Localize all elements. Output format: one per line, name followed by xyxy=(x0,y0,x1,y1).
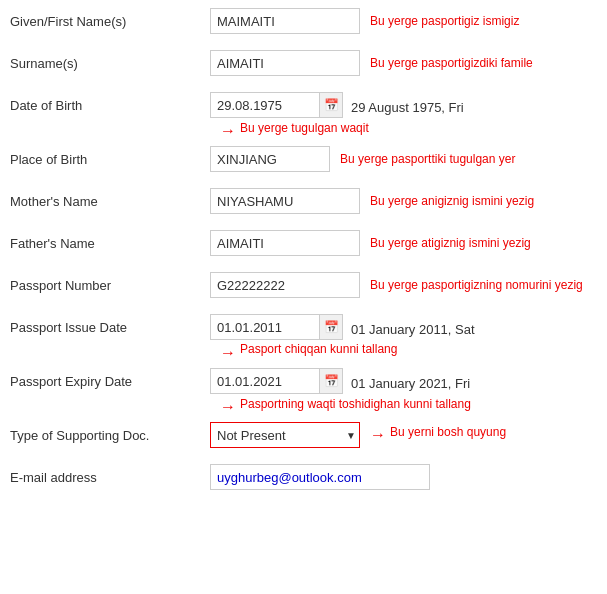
dob-label: Date of Birth xyxy=(10,92,210,113)
passport-expiry-date-row: Passport Expiry Date 📅 01 January 2021, … xyxy=(10,368,597,416)
passport-expiry-date-label: Passport Expiry Date xyxy=(10,368,210,389)
given-name-label: Given/First Name(s) xyxy=(10,8,210,29)
passport-issue-date-label: Passport Issue Date xyxy=(10,314,210,335)
given-name-row: Given/First Name(s) Bu yerge pasportigiz… xyxy=(10,8,597,44)
surname-input[interactable] xyxy=(210,50,360,76)
fathers-name-row: Father's Name Bu yerge atigiznig ismini … xyxy=(10,230,597,266)
passport-number-input[interactable] xyxy=(210,272,360,298)
email-label: E-mail address xyxy=(10,464,210,485)
dob-date-group: 📅 29 August 1975, Fri xyxy=(210,92,464,118)
dob-hint: Bu yerge tugulgan waqit xyxy=(240,120,369,137)
passport-expiry-date-input[interactable] xyxy=(210,368,320,394)
passport-expiry-date-block: 📅 01 January 2021, Fri → Pasportning waq… xyxy=(210,368,471,416)
passport-expiry-date-field: 📅 01 January 2021, Fri → Pasportning waq… xyxy=(210,368,597,416)
passport-expiry-arrow-icon: → xyxy=(220,396,236,416)
dob-arrow-icon: → xyxy=(220,120,236,140)
given-name-input[interactable] xyxy=(210,8,360,34)
fathers-name-label: Father's Name xyxy=(10,230,210,251)
given-name-hint: Bu yerge pasportigiz ismigiz xyxy=(370,8,519,30)
mothers-name-row: Mother's Name Bu yerge anigiznig ismini … xyxy=(10,188,597,224)
dob-field: 📅 29 August 1975, Fri → Bu yerge tugulga… xyxy=(210,92,597,140)
passport-number-row: Passport Number Bu yerge pasportigizning… xyxy=(10,272,597,308)
dob-arrow-row: 📅 29 August 1975, Fri → Bu yerge tugulga… xyxy=(210,92,597,140)
passport-issue-date-block: 📅 01 January 2011, Sat → Pasport chiqqan… xyxy=(210,314,475,362)
place-of-birth-row: Place of Birth Bu yerge pasporttiki tugu… xyxy=(10,146,597,182)
passport-expiry-date-parsed: 01 January 2021, Fri xyxy=(351,371,470,391)
passport-issue-date-field: 📅 01 January 2011, Sat → Pasport chiqqan… xyxy=(210,314,597,362)
passport-expiry-hint: Pasportning waqti toshidighan kunni tall… xyxy=(240,396,471,413)
passport-expiry-calendar-icon[interactable]: 📅 xyxy=(319,368,343,394)
mothers-name-input[interactable] xyxy=(210,188,360,214)
passport-expiry-arrow-hint: → Pasportning waqti toshidighan kunni ta… xyxy=(210,396,471,416)
passport-issue-hint: Pasport chiqqan kunni tallang xyxy=(240,342,397,356)
supporting-doc-field: Not Present Passport ID Card Other ▼ → B… xyxy=(210,422,597,448)
passport-number-field: Bu yerge pasportigizning nomurini yezig xyxy=(210,272,597,298)
fathers-name-hint: Bu yerge atigiznig ismini yezig xyxy=(370,230,531,252)
supporting-doc-select-wrapper: Not Present Passport ID Card Other ▼ xyxy=(210,422,360,448)
passport-issue-date-group: 📅 01 January 2011, Sat xyxy=(210,314,475,340)
supporting-doc-select[interactable]: Not Present Passport ID Card Other xyxy=(210,422,360,448)
dob-calendar-icon[interactable]: 📅 xyxy=(319,92,343,118)
mothers-name-label: Mother's Name xyxy=(10,188,210,209)
surname-label: Surname(s) xyxy=(10,50,210,71)
passport-issue-calendar-icon[interactable]: 📅 xyxy=(319,314,343,340)
dob-arrow-hint: → Bu yerge tugulgan waqit xyxy=(210,120,369,140)
fathers-name-input[interactable] xyxy=(210,230,360,256)
place-of-birth-label: Place of Birth xyxy=(10,146,210,167)
supporting-doc-hint: Bu yerni bosh quyung xyxy=(390,424,506,441)
mothers-name-hint: Bu yerge anigiznig ismini yezig xyxy=(370,188,534,210)
passport-issue-date-parsed: 01 January 2011, Sat xyxy=(351,317,475,337)
supporting-doc-row: Type of Supporting Doc. Not Present Pass… xyxy=(10,422,597,458)
supporting-doc-arrow-hint: → Bu yerni bosh quyung xyxy=(360,424,506,444)
email-input[interactable] xyxy=(210,464,430,490)
dob-parsed: 29 August 1975, Fri xyxy=(351,95,464,115)
given-name-field: Bu yerge pasportigiz ismigiz xyxy=(210,8,597,34)
place-of-birth-field: Bu yerge pasporttiki tugulgan yer xyxy=(210,146,597,172)
dob-row: Date of Birth 📅 29 August 1975, Fri → Bu… xyxy=(10,92,597,140)
passport-issue-arrow-icon: → xyxy=(220,342,236,362)
place-of-birth-hint: Bu yerge pasporttiki tugulgan yer xyxy=(340,146,515,168)
email-field-container xyxy=(210,464,597,490)
mothers-name-field: Bu yerge anigiznig ismini yezig xyxy=(210,188,597,214)
passport-number-label: Passport Number xyxy=(10,272,210,293)
passport-issue-arrow-hint: → Pasport chiqqan kunni tallang xyxy=(210,342,475,362)
email-row: E-mail address xyxy=(10,464,597,500)
surname-row: Surname(s) Bu yerge pasportigizdiki fami… xyxy=(10,50,597,86)
passport-issue-date-input[interactable] xyxy=(210,314,320,340)
surname-field: Bu yerge pasportigizdiki famile xyxy=(210,50,597,76)
dob-input[interactable] xyxy=(210,92,320,118)
passport-expiry-date-group: 📅 01 January 2021, Fri xyxy=(210,368,471,394)
surname-hint: Bu yerge pasportigizdiki famile xyxy=(370,50,533,72)
supporting-doc-arrow-row: Not Present Passport ID Card Other ▼ → B… xyxy=(210,422,506,448)
place-of-birth-input[interactable] xyxy=(210,146,330,172)
supporting-doc-arrow-icon: → xyxy=(370,424,386,444)
form-container: Given/First Name(s) Bu yerge pasportigiz… xyxy=(0,0,607,514)
passport-issue-date-row: Passport Issue Date 📅 01 January 2011, S… xyxy=(10,314,597,362)
passport-number-hint: Bu yerge pasportigizning nomurini yezig xyxy=(370,272,583,294)
supporting-doc-label: Type of Supporting Doc. xyxy=(10,422,210,443)
fathers-name-field: Bu yerge atigiznig ismini yezig xyxy=(210,230,597,256)
